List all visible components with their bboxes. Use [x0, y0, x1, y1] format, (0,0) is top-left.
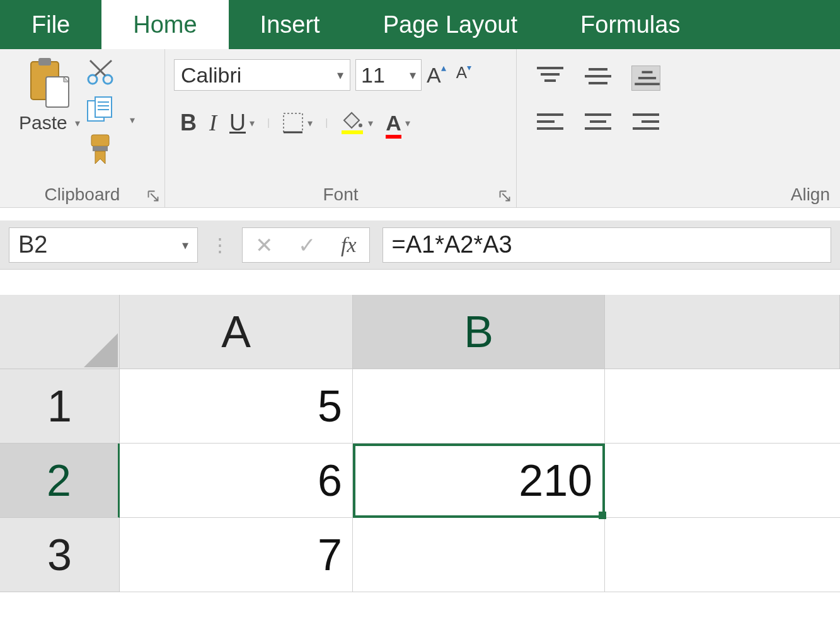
- scissors-icon: [86, 58, 119, 86]
- svg-point-4: [88, 75, 97, 84]
- cell-c1[interactable]: [605, 369, 840, 444]
- formula-bar-buttons: ✕ ✓ fx: [242, 227, 370, 263]
- svg-rect-13: [91, 135, 109, 146]
- column-header-a[interactable]: A: [120, 295, 353, 369]
- row-header-1[interactable]: 1: [0, 369, 120, 444]
- alignment-group-label: Align: [523, 185, 834, 205]
- font-group-label: Font: [171, 185, 510, 205]
- svg-rect-18: [342, 130, 363, 134]
- row-header-2[interactable]: 2: [0, 444, 120, 518]
- group-clipboard: Paste ▾: [0, 49, 165, 207]
- bold-button[interactable]: B: [180, 110, 197, 136]
- column-header-next[interactable]: [605, 295, 840, 369]
- svg-point-5: [103, 75, 112, 84]
- ribbon-body: Paste ▾: [0, 49, 840, 208]
- cut-button[interactable]: [86, 58, 134, 88]
- cell-b2[interactable]: 210: [353, 444, 605, 518]
- svg-rect-15: [284, 113, 302, 132]
- fill-color-button[interactable]: ▾: [340, 112, 373, 134]
- align-middle-button[interactable]: [584, 66, 613, 91]
- select-all-corner[interactable]: [0, 295, 120, 369]
- align-center-button[interactable]: [584, 111, 613, 136]
- tab-home[interactable]: Home: [101, 0, 228, 49]
- cell-a3[interactable]: 7: [120, 518, 353, 592]
- tab-page-layout[interactable]: Page Layout: [352, 0, 549, 49]
- align-top-button[interactable]: [536, 66, 565, 91]
- group-alignment: Align: [517, 49, 840, 207]
- svg-rect-1: [38, 58, 51, 66]
- align-left-button[interactable]: [536, 111, 565, 136]
- font-size-combo[interactable]: 11▾: [355, 59, 422, 91]
- insert-function-button[interactable]: fx: [341, 233, 357, 257]
- border-icon: [282, 112, 304, 134]
- row-header-3[interactable]: 3: [0, 518, 120, 592]
- font-color-button[interactable]: A ▾: [386, 110, 410, 136]
- increase-font-size-button[interactable]: A▴: [427, 63, 446, 88]
- cell-b1[interactable]: [353, 369, 605, 444]
- cancel-formula-button[interactable]: ✕: [255, 232, 273, 258]
- cell-a2[interactable]: 6: [120, 444, 353, 518]
- border-button[interactable]: ▾: [282, 112, 313, 134]
- copy-icon: [86, 96, 123, 123]
- svg-rect-9: [95, 97, 112, 117]
- paste-label: Paste ▾: [19, 112, 80, 134]
- enter-formula-button[interactable]: ✓: [298, 232, 316, 258]
- paint-bucket-icon: [340, 112, 364, 134]
- tab-insert[interactable]: Insert: [229, 0, 352, 49]
- tab-file[interactable]: File: [0, 0, 101, 49]
- font-dialog-launcher[interactable]: [498, 190, 511, 202]
- paste-icon: [27, 55, 72, 110]
- cell-c3[interactable]: [605, 518, 840, 592]
- font-name-combo[interactable]: Calibri▾: [174, 59, 350, 91]
- svg-marker-37: [84, 333, 118, 367]
- group-font: Calibri▾ 11▾ A▴ A▾ B I U▾ |: [165, 49, 517, 207]
- align-right-button[interactable]: [631, 111, 660, 136]
- formula-bar: B2▾ ⋮ ✕ ✓ fx =A1*A2*A3: [0, 220, 840, 270]
- copy-button[interactable]: ▾: [86, 96, 134, 126]
- align-bottom-button[interactable]: [631, 66, 660, 91]
- paste-button[interactable]: Paste ▾: [19, 55, 80, 134]
- spreadsheet-grid: A B 1 5 2 6 210 3 7: [0, 295, 840, 592]
- cell-a1[interactable]: 5: [120, 369, 353, 444]
- format-painter-button[interactable]: [86, 134, 134, 168]
- tab-formulas[interactable]: Formulas: [549, 0, 711, 49]
- clipboard-group-label: Clipboard: [6, 185, 158, 205]
- cell-b3[interactable]: [353, 518, 605, 592]
- separator-icon: ⋮: [210, 234, 229, 256]
- clipboard-dialog-launcher[interactable]: [147, 190, 159, 202]
- svg-rect-14: [93, 146, 108, 151]
- paintbrush-icon: [86, 134, 114, 165]
- cell-c2[interactable]: [605, 444, 840, 518]
- svg-point-17: [359, 123, 362, 127]
- italic-button[interactable]: I: [209, 110, 217, 136]
- column-header-b[interactable]: B: [353, 295, 605, 369]
- underline-button[interactable]: U▾: [229, 110, 255, 136]
- decrease-font-size-button[interactable]: A▾: [456, 63, 471, 88]
- name-box[interactable]: B2▾: [9, 227, 198, 263]
- formula-input[interactable]: =A1*A2*A3: [383, 227, 831, 263]
- ribbon-tabs: File Home Insert Page Layout Formulas: [0, 0, 840, 49]
